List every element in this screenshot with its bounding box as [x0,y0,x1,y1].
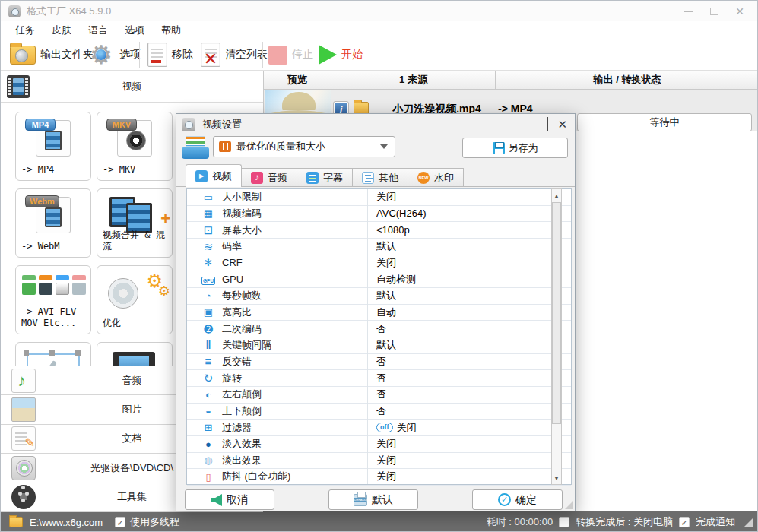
settings-row[interactable]: 防抖 (白金功能) 关闭 [187,469,571,486]
menu-item[interactable]: 皮肤 [43,21,80,40]
settings-row[interactable]: 旋转 否 [187,370,571,387]
setting-value: 关闭 [376,437,396,451]
video-settings-table: 大小限制 关闭 视频编码 AVC(H264) [186,188,572,485]
settings-row[interactable]: 淡入效果 关闭 [187,436,571,453]
save-as-button[interactable]: 另存为 [462,138,568,158]
settings-row[interactable]: 每秒帧数 默认 [187,288,571,305]
settings-row[interactable]: 过滤器 off 关闭 [187,420,571,436]
window-title: 格式工厂 X64 5.9.0 [27,5,111,18]
clear-list-button[interactable]: 清空列表 [201,39,268,71]
dialog-tab[interactable]: 音频 [242,168,297,187]
column-divider [367,189,368,484]
setting-value: 否 [376,404,386,418]
format-card-icon: + ⚙⚙ MP4 [16,119,90,157]
app-icon [8,5,21,17]
setting-value: 关闭 [376,470,396,483]
menu-item[interactable]: 帮助 [153,21,189,40]
settings-row[interactable]: 反交错 否 [187,354,571,371]
start-button[interactable]: 开始 [319,39,363,71]
format-card[interactable]: + ⚙⚙ MP4 -> MP4 [15,112,91,181]
format-card[interactable]: + ⚙⚙ 视频合并 & 混流 [97,188,173,258]
menu-item[interactable]: 任务 [7,21,43,40]
setting-value: 默认 [376,289,396,302]
settings-row[interactable]: GPU 自动检测 [187,271,571,288]
remove-label: 移除 [172,48,193,62]
close-button[interactable]: ✕ [730,4,750,19]
multithread-label: 使用多线程 [130,515,179,529]
setting-label: 上下颠倒 [222,404,262,418]
cancel-label: 取消 [227,493,248,507]
maximize-button[interactable] [704,4,724,19]
cancel-button[interactable]: 取消 [185,489,274,510]
default-button[interactable]: 默认 [328,489,418,510]
settings-row[interactable]: 屏幕大小 <1080p [187,222,571,239]
setting-value: 默认 [376,338,396,352]
shutdown-checkbox[interactable] [559,517,569,527]
tab-label: 其他 [379,171,398,185]
dialog-resize-grip[interactable] [565,501,573,509]
setting-icon [201,241,215,252]
default-label: 默认 [372,493,393,507]
setting-value: 关闭 [376,190,396,204]
setting-icon [201,224,215,236]
setting-icon [201,455,215,465]
app-window: 格式工厂 X64 5.9.0 ✕ 任务皮肤语言选项帮助 输出文件夹 ⚙ 选项 移… [0,0,758,532]
multithread-checkbox[interactable] [115,517,125,527]
setting-label: 反交错 [222,355,252,369]
format-card[interactable]: + ⚙⚙ Webm -> WebM [15,188,91,258]
setting-icon [201,258,215,268]
notify-checkbox[interactable] [679,517,690,527]
remove-button[interactable]: 移除 [147,39,193,71]
remove-icon [147,43,167,67]
scroll-up-icon[interactable]: ▲ [552,189,561,201]
dialog-tab[interactable]: 字幕 [297,168,353,187]
settings-row[interactable]: 淡出效果 关闭 [187,453,571,470]
dialog-tab[interactable]: 其他 [353,168,408,187]
setting-label: 屏幕大小 [222,223,262,237]
dialog-maximize-button[interactable] [547,118,548,131]
maximize-icon [710,8,718,15]
floppy-icon [493,142,505,154]
setting-value: <1080p [376,224,410,236]
dialog-tab[interactable]: 视频 [186,164,242,187]
settings-row[interactable]: 关键帧间隔 默认 [187,337,571,354]
status-bar: E:\www.x6g.com 使用多线程 耗时 : 00:00:00 转换完成后… [1,511,757,532]
clear-list-label: 清空列表 [225,48,268,62]
gear-icon: ⚙ [87,41,115,68]
quality-profile-select[interactable]: 最优化的质量和大小 [213,136,395,157]
ok-button[interactable]: 确定 [472,489,563,510]
settings-row[interactable]: 宽高比 自动 [187,305,571,321]
menu-item[interactable]: 语言 [80,21,116,40]
options-button[interactable]: ⚙ 选项 [87,39,141,71]
settings-row[interactable]: 二次编码 否 [187,321,571,337]
settings-scrollbar[interactable]: ▲ ▼ [551,188,562,485]
notify-label: 完成通知 [696,515,735,529]
dialog-close-button[interactable]: ✕ [557,118,567,131]
output-path-folder-icon[interactable] [9,517,23,527]
scrollbar-thumb[interactable] [552,202,561,424]
setting-value: 关闭 [376,256,396,270]
minimize-button[interactable] [678,4,698,19]
settings-row[interactable]: 左右颠倒 否 [187,387,571,404]
format-card-icon: + ⚙⚙ [97,272,172,310]
shutdown-label: 转换完成后 : 关闭电脑 [576,515,673,529]
menu-item[interactable]: 选项 [116,21,153,40]
format-card[interactable]: + ⚙⚙ 优化 [97,265,173,334]
output-path[interactable]: E:\www.x6g.com [30,517,103,528]
format-card[interactable]: + ⚙⚙ -> AVI FLV MOV Etc... [15,265,91,334]
settings-row[interactable]: 上下颠倒 否 [187,404,571,420]
settings-row[interactable]: 大小限制 关闭 [187,189,571,206]
resize-grip[interactable] [744,518,753,527]
stop-button: 停止 [268,39,313,71]
settings-row[interactable]: CRF 关闭 [187,255,571,272]
profile-film-icon [219,141,231,152]
setting-icon [201,340,215,350]
output-folder-button[interactable]: 输出文件夹 [10,39,94,71]
scroll-down-icon[interactable]: ▼ [552,472,561,484]
settings-row[interactable]: 视频编码 AVC(H264) [187,206,571,223]
settings-row[interactable]: 码率 默认 [187,239,571,255]
format-card[interactable]: + ⚙⚙ MKV -> MKV [97,112,173,181]
dialog-tab[interactable]: 水印 [408,168,464,187]
setting-icon [201,324,215,334]
sidebar-section-video[interactable]: 视频 [1,71,263,103]
